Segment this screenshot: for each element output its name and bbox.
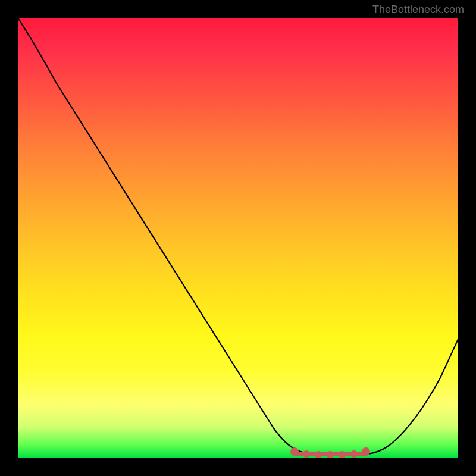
- marker-dot: [362, 447, 370, 456]
- chart-plot-area: [18, 18, 458, 458]
- chart-svg: [18, 18, 458, 458]
- marker-dot: [303, 450, 310, 458]
- marker-dot: [327, 451, 334, 458]
- marker-dot: [315, 451, 322, 458]
- watermark-text: TheBottleneck.com: [372, 4, 464, 16]
- marker-dot: [350, 450, 358, 458]
- marker-dot: [290, 447, 299, 456]
- bottleneck-curve: [18, 18, 458, 455]
- marker-dot: [339, 451, 346, 458]
